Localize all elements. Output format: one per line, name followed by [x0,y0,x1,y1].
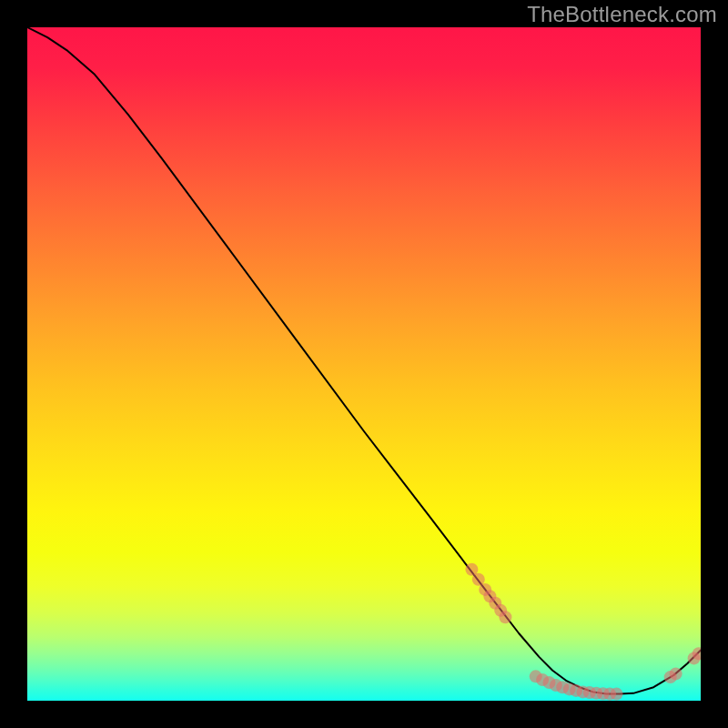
plot-overlay [27,27,701,701]
bottleneck-curve [27,27,701,694]
watermark-label: TheBottleneck.com [527,2,717,27]
marker-dot [611,688,623,701]
chart-frame: TheBottleneck.com [0,0,728,728]
marker-group [465,563,701,701]
marker-dot [670,667,682,680]
marker-dot [499,611,511,623]
